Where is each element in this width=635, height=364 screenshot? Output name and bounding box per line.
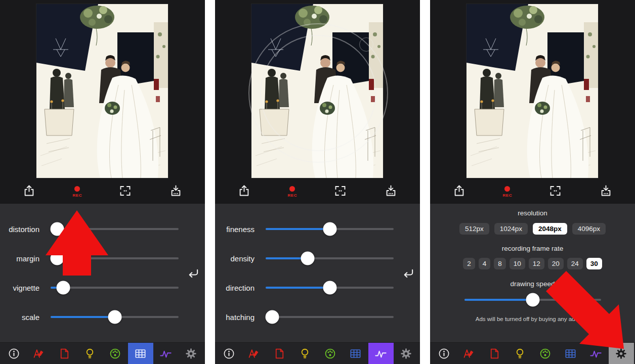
document-icon (273, 347, 286, 360)
tab-settings[interactable] (609, 343, 634, 364)
vignette-slider[interactable] (51, 287, 179, 289)
slider-label: fineness (215, 225, 255, 234)
sketch-photo (251, 4, 383, 178)
hatching-slider[interactable] (266, 316, 394, 318)
save-button[interactable] (169, 184, 183, 198)
tab-light[interactable] (77, 343, 102, 364)
tab-settings[interactable] (179, 343, 204, 364)
rec-button[interactable]: REC (503, 184, 512, 198)
resolution-1024px-button[interactable]: 1024px (494, 223, 528, 235)
tab-pen[interactable] (456, 343, 482, 364)
tab-info[interactable] (216, 343, 241, 364)
slider-label: hatching (215, 313, 255, 322)
tab-light[interactable] (507, 343, 532, 364)
tab-waveform[interactable] (153, 343, 179, 364)
framerate-2-button[interactable]: 2 (463, 258, 475, 269)
tab-palette[interactable] (533, 343, 558, 364)
rec-button[interactable]: REC (73, 184, 82, 198)
rotate-return-button[interactable] (401, 266, 416, 283)
lightbulb-icon (299, 347, 311, 360)
density-slider[interactable] (266, 257, 394, 259)
slider-handle[interactable] (108, 310, 121, 324)
tab-grid[interactable] (558, 343, 583, 364)
save-button[interactable] (599, 184, 613, 198)
tab-light[interactable] (292, 343, 317, 364)
slider-fill (464, 299, 533, 301)
palette-icon (109, 347, 121, 360)
rotate-return-button[interactable] (186, 266, 201, 283)
sketch-photo (36, 4, 168, 178)
resolution-2048px-button[interactable]: 2048px (533, 223, 567, 235)
drawing-speed-slider[interactable] (464, 299, 601, 301)
margin-slider[interactable] (51, 257, 179, 259)
slider-handle[interactable] (50, 252, 64, 265)
slider-handle[interactable] (323, 281, 336, 295)
tab-settings[interactable] (394, 343, 419, 364)
share-button[interactable] (22, 184, 36, 198)
tab-paper[interactable] (267, 343, 292, 364)
slider-handle[interactable] (301, 252, 315, 265)
framerate-20-button[interactable]: 20 (548, 258, 564, 269)
resolution-512px-button[interactable]: 512px (459, 223, 489, 235)
framerate-8-button[interactable]: 8 (494, 258, 506, 269)
photo-area: REC (430, 0, 635, 204)
framerate-4-button[interactable]: 4 (479, 258, 491, 269)
tab-pen[interactable] (241, 343, 267, 364)
drawing-speed-row (464, 293, 601, 306)
rec-dot-icon (74, 186, 80, 192)
framerate-30-button[interactable]: 30 (586, 258, 602, 269)
tab-palette[interactable] (318, 343, 343, 364)
tab-info[interactable] (1, 343, 26, 364)
share-button[interactable] (237, 184, 251, 198)
tab-paper[interactable] (52, 343, 77, 364)
waveform-icon (374, 347, 387, 360)
rec-button[interactable]: REC (288, 184, 297, 198)
framerate-10-button[interactable]: 10 (510, 258, 525, 269)
photo-toolbar: REC (0, 178, 205, 204)
tab-pen[interactable] (26, 343, 52, 364)
slider-row-vignette: vignette (0, 273, 205, 302)
sketch-photo-image (36, 4, 168, 178)
gear-icon (400, 347, 412, 360)
fullscreen-icon (333, 184, 347, 198)
panel-stroke-settings: REC fineness density direction hatching (215, 0, 420, 364)
scale-slider[interactable] (51, 316, 179, 318)
return-icon (186, 266, 201, 282)
slider-handle[interactable] (265, 310, 279, 324)
tab-palette[interactable] (103, 343, 128, 364)
fineness-slider[interactable] (266, 228, 394, 230)
rec-label: REC (503, 193, 512, 198)
tab-waveform[interactable] (583, 343, 609, 364)
tab-waveform[interactable] (368, 343, 394, 364)
photo-area: REC (0, 0, 205, 204)
direction-slider[interactable] (266, 287, 394, 289)
photo-area: REC (215, 0, 420, 204)
slider-row-distortion: distortion (0, 214, 205, 244)
slider-handle[interactable] (50, 222, 64, 236)
share-icon (237, 184, 251, 198)
ads-note: Ads will be turned off by buying any add… (430, 316, 635, 322)
settings-controls: resolution 512px 1024px 2048px 4096px re… (430, 204, 635, 343)
tab-info[interactable] (431, 343, 456, 364)
rec-label: REC (73, 193, 82, 198)
tab-paper[interactable] (482, 343, 507, 364)
slider-row-density: density (215, 244, 420, 273)
save-icon (599, 184, 613, 198)
fullscreen-button[interactable] (118, 184, 132, 198)
slider-handle[interactable] (323, 222, 336, 236)
distortion-slider[interactable] (51, 228, 179, 230)
slider-handle[interactable] (526, 293, 539, 306)
fullscreen-button[interactable] (333, 184, 347, 198)
grid-icon (564, 347, 577, 360)
slider-fill (51, 316, 115, 318)
slider-handle[interactable] (57, 281, 70, 295)
share-button[interactable] (452, 184, 466, 198)
tab-grid[interactable] (343, 343, 368, 364)
tab-grid[interactable] (128, 343, 153, 364)
resolution-4096px-button[interactable]: 4096px (572, 223, 606, 235)
bottom-tab-bar (215, 342, 420, 364)
save-button[interactable] (384, 184, 398, 198)
framerate-12-button[interactable]: 12 (529, 258, 544, 269)
fullscreen-button[interactable] (548, 184, 562, 198)
framerate-24-button[interactable]: 24 (567, 258, 583, 269)
